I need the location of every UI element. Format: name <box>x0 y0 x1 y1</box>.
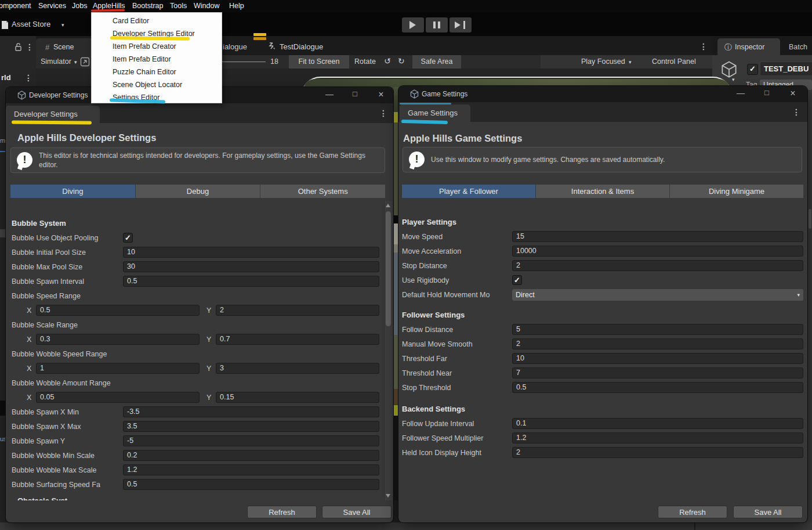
number-input[interactable]: 15 <box>512 231 803 242</box>
simulator-dropdown[interactable]: Simulator <box>41 57 71 66</box>
scene-kebab-icon[interactable]: ⋮ <box>699 42 708 51</box>
tab-other-systems[interactable]: Other Systems <box>260 185 385 198</box>
number-input[interactable]: 0.1 <box>512 418 803 429</box>
scroll-up-icon[interactable] <box>386 204 390 207</box>
menu-item-card-editor[interactable]: Card Editor <box>113 17 149 25</box>
x-label: X <box>27 307 36 315</box>
number-input[interactable]: 3.5 <box>123 421 379 432</box>
tab-diving-minigame[interactable]: Diving Minigame <box>670 185 803 198</box>
number-input[interactable]: -3.5 <box>123 406 379 417</box>
hierarchy-item-kebab-icon[interactable]: ⋮ <box>24 73 32 82</box>
object-name-field[interactable]: TEST_DEBU <box>760 62 812 76</box>
y-input[interactable]: 0.7 <box>216 334 379 345</box>
menu-tools[interactable]: Tools <box>170 2 187 10</box>
number-input[interactable]: 10 <box>512 353 803 364</box>
asset-store-button[interactable]: Asset Store <box>12 20 50 28</box>
tab-dialogue-fragment[interactable]: ialogue <box>223 42 247 51</box>
refresh-button[interactable]: Refresh <box>247 506 317 518</box>
number-input[interactable]: 0.5 <box>123 479 379 490</box>
number-input[interactable]: 5 <box>512 324 803 335</box>
menu-item-item-prefab-editor[interactable]: Item Prefab Editor <box>113 55 171 63</box>
rotate-right-icon[interactable]: ↻ <box>398 56 405 66</box>
close-button[interactable]: × <box>375 89 387 100</box>
number-input[interactable]: 7 <box>512 367 803 378</box>
number-input[interactable]: 1.2 <box>512 432 803 444</box>
dev-scrollbar[interactable] <box>384 201 392 500</box>
menu-services[interactable]: Services <box>38 2 66 10</box>
hierarchy-kebab-icon[interactable]: ⋮ <box>26 42 34 52</box>
rotate-left-icon[interactable]: ↺ <box>384 56 391 66</box>
step-button[interactable] <box>449 17 472 33</box>
game-titlebar[interactable]: Game Settings — □ × <box>398 86 807 102</box>
number-input[interactable]: 30 <box>123 261 379 272</box>
save-all-button[interactable]: Save All <box>322 506 392 518</box>
play-focused-dropdown[interactable]: Play Focused <box>581 57 625 66</box>
settings-row: Threshold Near 7 <box>402 366 803 380</box>
dev-window-kebab-icon[interactable]: ⋮ <box>379 109 387 118</box>
number-input[interactable]: 1.2 <box>123 464 379 475</box>
number-input[interactable]: 2 <box>512 338 803 349</box>
y-input[interactable]: 0.15 <box>216 392 379 403</box>
tab-debug[interactable]: Debug <box>136 185 261 198</box>
lock-open-icon[interactable] <box>14 42 22 51</box>
tab-interaction-items[interactable]: Interaction & Items <box>536 185 670 198</box>
inspector-scrollbar[interactable] <box>809 209 811 229</box>
number-input[interactable]: 10 <box>123 247 379 258</box>
settings-row: Follower Speed Multiplier 1.2 <box>402 431 803 445</box>
number-input[interactable]: 0.5 <box>123 276 379 287</box>
minimize-button[interactable]: — <box>324 89 335 99</box>
maximize-button[interactable]: □ <box>761 88 773 97</box>
save-all-button[interactable]: Save All <box>733 506 803 518</box>
dev-heading: Apple Hills Developer Settings <box>17 132 156 143</box>
menu-item-item-prefab-creator[interactable]: Item Prefab Creator <box>113 42 176 51</box>
popout-icon[interactable] <box>80 57 90 67</box>
checkbox[interactable]: ✓ <box>512 275 522 285</box>
tab-scene[interactable]: # Scene <box>36 38 97 55</box>
control-panel-button[interactable]: Control Panel <box>652 57 696 66</box>
x-input[interactable]: 0.05 <box>36 392 200 403</box>
y-input[interactable]: 3 <box>216 363 379 374</box>
x-input[interactable]: 1 <box>36 363 200 374</box>
menu-component[interactable]: omponent <box>0 2 31 10</box>
active-checkbox[interactable]: ✓ <box>747 64 758 75</box>
number-input[interactable]: 0.5 <box>512 382 803 393</box>
menu-bootstrap[interactable]: Bootstrap <box>132 2 164 10</box>
x-input[interactable]: 0.5 <box>36 305 200 316</box>
number-input[interactable]: 0.2 <box>123 450 379 461</box>
scrollbar-thumb[interactable] <box>386 211 391 326</box>
refresh-button[interactable]: Refresh <box>658 506 727 518</box>
safe-area-button[interactable]: Safe Area <box>412 55 461 68</box>
number-input[interactable]: -5 <box>123 435 379 446</box>
menu-jobs[interactable]: Jobs <box>72 2 87 10</box>
tab-inspector[interactable]: ⓘ Inspector <box>717 38 780 55</box>
zoom-slider[interactable] <box>222 62 266 62</box>
fit-to-screen-button[interactable]: Fit to Screen <box>289 55 349 68</box>
tab-player-follower[interactable]: Player & Follower <box>402 185 536 198</box>
hierarchy-object-fragment[interactable]: rld <box>1 73 11 82</box>
pause-button[interactable] <box>426 17 448 33</box>
tab-batch[interactable]: Batch <box>789 43 807 51</box>
number-input[interactable]: 2 <box>512 447 803 458</box>
menu-item-puzzle-chain-editor[interactable]: Puzzle Chain Editor <box>113 68 176 76</box>
settings-row: Move Speed 15 <box>402 229 803 244</box>
tab-testdialogue[interactable]: TestDialogue <box>280 42 323 51</box>
checkbox[interactable]: ✓ <box>123 233 133 243</box>
menu-item-scene-object-locator[interactable]: Scene Object Locator <box>113 81 182 89</box>
number-input[interactable]: 10000 <box>512 246 803 257</box>
yellow-menu-icon[interactable] <box>253 33 266 43</box>
scroll-down-icon[interactable] <box>386 494 390 497</box>
menu-help[interactable]: Help <box>229 2 244 10</box>
game-window-kebab-icon[interactable]: ⋮ <box>792 107 800 117</box>
x-input[interactable]: 0.3 <box>36 334 200 345</box>
tab-diving[interactable]: Diving <box>10 185 136 198</box>
menu-window[interactable]: Window <box>194 2 219 10</box>
play-button[interactable] <box>402 17 424 33</box>
hold-movement-dropdown[interactable]: Direct ▾ <box>512 289 803 301</box>
y-input[interactable]: 2 <box>216 305 379 316</box>
number-input[interactable]: 2 <box>512 260 803 271</box>
simulator-caret-icon: ▾ <box>74 59 77 65</box>
close-button[interactable]: × <box>787 88 799 99</box>
maximize-button[interactable]: □ <box>349 89 361 98</box>
minimize-button[interactable]: — <box>735 88 746 98</box>
cube-caret-icon[interactable]: ▾ <box>732 77 735 82</box>
